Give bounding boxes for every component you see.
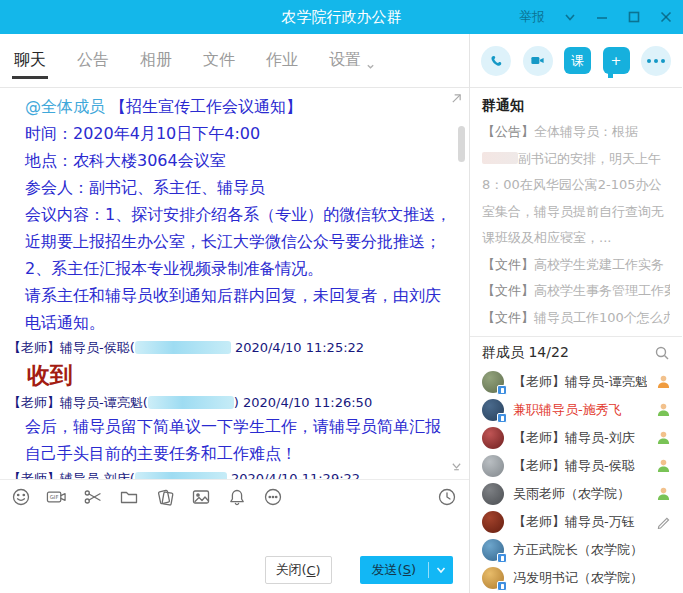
sender-name: 【老师】辅导员-侯聪(: [8, 340, 135, 355]
avatar: [482, 539, 504, 561]
announcement-tag: 【公告】: [482, 124, 534, 139]
member-row[interactable]: 冯发明书记（农学院）: [470, 564, 682, 592]
member-name: 【老师】辅导员-侯聪: [513, 457, 647, 475]
mobile-online-badge-icon: [497, 581, 507, 591]
member-row[interactable]: 【老师】辅导员-侯聪: [470, 452, 682, 480]
chat-scrollbar[interactable]: [458, 126, 465, 162]
group-notice-header: 群通知: [482, 97, 670, 115]
screenshot-scissors-icon[interactable]: [82, 486, 103, 507]
message-text-received: 收到: [8, 358, 455, 391]
tab-files[interactable]: 文件: [201, 36, 237, 85]
window-shake-icon[interactable]: [154, 486, 175, 507]
message-input[interactable]: [0, 513, 469, 553]
send-button[interactable]: 发送(S): [360, 556, 453, 584]
emoji-icon[interactable]: [10, 486, 31, 507]
send-image-icon[interactable]: [190, 486, 211, 507]
composer-buttons: 关闭(C) 发送(S): [0, 553, 469, 593]
member-row[interactable]: 【老师】辅导员-谭亮魁: [470, 368, 682, 396]
notice-title: 【招生宣传工作会议通知】: [110, 97, 302, 116]
announcement-item[interactable]: 【公告】全体辅导员：根据副书记的安排，明天上午8：00在风华园公寓2-105办公…: [482, 119, 670, 252]
composer-toolbar: GIF: [0, 479, 469, 513]
mobile-online-badge-icon: [497, 385, 507, 395]
reminder-bell-icon[interactable]: [226, 486, 247, 507]
close-button[interactable]: 关闭(C): [265, 556, 332, 584]
file-tag: 【文件】: [482, 310, 534, 325]
scroll-to-bottom-icon[interactable]: [451, 457, 462, 476]
notice-line: 参会人：副书记、系主任、辅导员: [8, 174, 455, 201]
censored-qq-number: [148, 396, 234, 409]
title-bar: 农学院行政办公群 举报: [0, 0, 683, 34]
tab-bar: 聊天 公告 相册 文件 作业 设置: [0, 34, 469, 88]
notice-line: 2、系主任汇报本专业视频录制准备情况。: [8, 255, 455, 282]
edit-pencil-icon[interactable]: [656, 514, 672, 530]
avatar: [482, 483, 504, 505]
add-feature-bubble-icon[interactable]: +: [603, 47, 630, 74]
file-item[interactable]: 【文件】高校学生党建工作实务（...: [482, 252, 670, 279]
member-name: 【老师】辅导员-谭亮魁: [513, 373, 647, 391]
send-options-chevron-icon[interactable]: [429, 564, 453, 576]
message-sender-line: 【老师】辅导员-刘庆( 2020/4/10 11:29:22: [8, 468, 455, 479]
sender-name: ): [234, 395, 239, 410]
video-call-icon[interactable]: [523, 46, 553, 76]
member-row[interactable]: 吴雨老师（农学院）: [470, 480, 682, 508]
avatar: [482, 455, 504, 477]
tab-settings[interactable]: 设置: [327, 36, 377, 85]
gif-hot-image-icon[interactable]: GIF: [46, 486, 67, 507]
class-course-icon[interactable]: 课: [564, 47, 591, 74]
message-timestamp: 2020/4/10 11:25:22: [235, 340, 364, 355]
group-feature-bar: 课 +: [470, 34, 682, 88]
censored-qq-number: [135, 472, 227, 479]
voice-call-icon[interactable]: [481, 46, 511, 76]
report-link[interactable]: 举报: [519, 8, 545, 26]
file-name: 高校学生党建工作实务（...: [534, 257, 670, 272]
popout-arrow-icon[interactable]: [451, 89, 462, 108]
tab-albums[interactable]: 相册: [138, 36, 174, 85]
chat-history[interactable]: @全体成员 【招生宣传工作会议通知】 时间：2020年4月10日下午4:00 地…: [0, 88, 469, 479]
tab-announcements[interactable]: 公告: [75, 36, 111, 85]
tab-chat[interactable]: 聊天: [12, 36, 48, 85]
notice-line: 近期要上报招生办公室，长江大学微信公众号要分批推送；: [8, 228, 455, 255]
message-text: 会后，辅导员留下简单议一下学生工作，请辅导员简单汇报: [8, 413, 455, 440]
member-list-panel: 群成员 14/22 【老师】辅导员-谭亮魁 兼职辅导员-施秀飞: [470, 337, 682, 593]
sender-name: 【老师】辅导员-刘庆(: [8, 471, 135, 479]
announcement-text: 副书记的安排，明天上午8：00在风华园公寓2-105办公室集合，辅导员提前自行查…: [482, 151, 664, 246]
avatar: [482, 371, 504, 393]
member-row[interactable]: 方正武院长（农学院）: [470, 536, 682, 564]
member-status-person-icon: [656, 430, 672, 446]
member-name: 方正武院长（农学院）: [513, 541, 647, 559]
message-history-clock-icon[interactable]: [436, 486, 457, 507]
avatar: [482, 399, 504, 421]
censored-qq-number: [135, 341, 231, 354]
message-sender-line: 【老师】辅导员-谭亮魁() 2020/4/10 11:26:50: [8, 392, 455, 413]
member-row[interactable]: 【老师】辅导员-万钰: [470, 508, 682, 536]
group-chat-window: 农学院行政办公群 举报 聊天 公告 相册 文件: [0, 0, 683, 593]
tab-homework[interactable]: 作业: [264, 36, 300, 85]
member-row[interactable]: 兼职辅导员-施秀飞: [470, 396, 682, 424]
close-button-label: 关闭(: [275, 561, 306, 579]
member-row[interactable]: 【老师】辅导员-刘庆: [470, 424, 682, 452]
avatar: [482, 427, 504, 449]
member-status-person-icon: [656, 458, 672, 474]
file-name: 辅导员工作100个怎么办...: [534, 310, 670, 325]
mobile-online-badge-icon: [497, 553, 507, 563]
file-item[interactable]: 【文件】高校学生事务管理工作案...: [482, 278, 670, 305]
search-icon[interactable]: [654, 345, 670, 361]
maximize-icon[interactable]: [627, 10, 641, 24]
member-name: 吴雨老师（农学院）: [513, 485, 647, 503]
mention-all-link[interactable]: @全体成员: [25, 97, 105, 116]
chevron-down-icon[interactable]: [563, 10, 577, 24]
notice-line: 时间：2020年4月10日下午4:00: [8, 120, 455, 147]
file-tag: 【文件】: [482, 283, 534, 298]
send-file-folder-icon[interactable]: [118, 486, 139, 507]
file-tag: 【文件】: [482, 257, 534, 272]
minimize-icon[interactable]: [595, 10, 609, 24]
more-features-icon[interactable]: [641, 46, 671, 76]
more-tools-icon[interactable]: [262, 486, 283, 507]
member-name: 兼职辅导员-施秀飞: [513, 401, 647, 419]
file-item[interactable]: 【文件】辅导员工作100个怎么办...: [482, 305, 670, 332]
member-status-person-icon: [656, 402, 672, 418]
message-sender-line: 【老师】辅导员-侯聪( 2020/4/10 11:25:22: [8, 337, 455, 358]
close-icon[interactable]: [659, 10, 673, 24]
chevron-down-icon: [366, 56, 375, 65]
close-button-label: ): [316, 563, 321, 578]
